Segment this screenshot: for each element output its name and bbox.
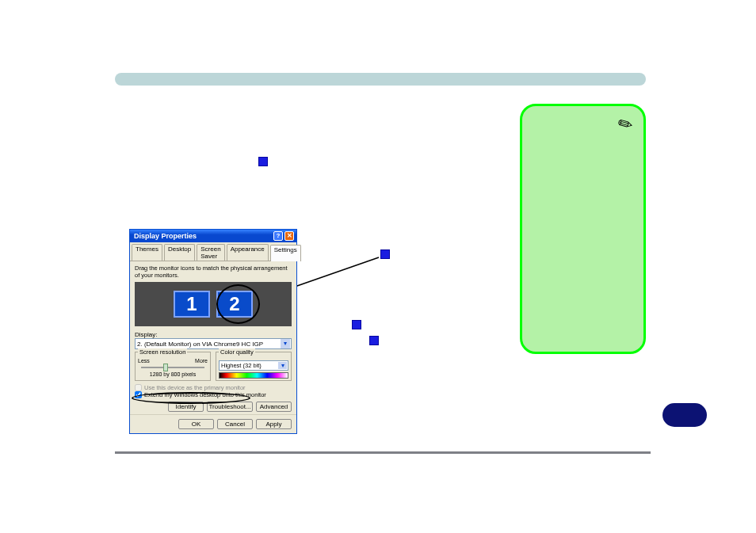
monitor-2[interactable]: 2 bbox=[216, 291, 253, 318]
color-quality-group: Color quality Highest (32 bit) ▾ bbox=[216, 352, 292, 381]
cancel-button[interactable]: Cancel bbox=[217, 419, 253, 429]
drag-hint: Drag the monitor icons to match the phys… bbox=[135, 265, 292, 279]
ok-button[interactable]: OK bbox=[178, 419, 214, 429]
marker-square bbox=[380, 249, 390, 259]
extend-desktop-checkbox[interactable] bbox=[135, 391, 142, 398]
display-properties-dialog: Display Properties ? ✕ Themes Desktop Sc… bbox=[129, 229, 297, 434]
monitor-layout-area[interactable]: 1 2 bbox=[135, 282, 292, 326]
dialog-button-row: OK Cancel Apply bbox=[130, 414, 296, 433]
footer-divider bbox=[115, 451, 651, 454]
display-select[interactable]: 2. (Default Monitor) on VIA Chrome9 HC I… bbox=[135, 338, 292, 349]
display-label: Display: bbox=[135, 331, 292, 338]
header-bar bbox=[115, 73, 646, 86]
tabstrip: Themes Desktop Screen Saver Appearance S… bbox=[130, 242, 296, 261]
cq-group-title: Color quality bbox=[219, 348, 255, 356]
tab-screensaver[interactable]: Screen Saver bbox=[197, 244, 224, 261]
color-quality-select[interactable]: Highest (32 bit) ▾ bbox=[219, 360, 288, 371]
res-group-title: Screen resolution bbox=[138, 348, 187, 356]
extend-desktop-checkbox-row[interactable]: Extend my Windows desktop onto this moni… bbox=[135, 391, 292, 398]
primary-monitor-checkbox-row: Use this device as the primary monitor bbox=[135, 384, 292, 391]
titlebar[interactable]: Display Properties ? ✕ bbox=[130, 230, 296, 242]
resolution-value: 1280 by 800 pixels bbox=[138, 371, 208, 377]
primary-monitor-label: Use this device as the primary monitor bbox=[144, 384, 246, 391]
slider-thumb[interactable] bbox=[163, 364, 168, 371]
chevron-down-icon: ▾ bbox=[278, 362, 287, 369]
color-quality-value: Highest (32 bit) bbox=[221, 362, 262, 369]
tab-desktop[interactable]: Desktop bbox=[164, 244, 195, 261]
dialog-body: Drag the monitor icons to match the phys… bbox=[130, 261, 296, 414]
slider-track bbox=[141, 367, 204, 368]
tab-settings[interactable]: Settings bbox=[270, 245, 301, 261]
apply-button[interactable]: Apply bbox=[256, 419, 292, 429]
monitor-1[interactable]: 1 bbox=[174, 291, 210, 318]
window-title: Display Properties bbox=[134, 232, 272, 240]
resolution-slider[interactable] bbox=[138, 364, 208, 371]
identify-button[interactable]: Identify bbox=[168, 402, 204, 412]
page-badge bbox=[662, 403, 707, 427]
marker-square bbox=[258, 157, 268, 166]
res-more-label: More bbox=[195, 358, 208, 364]
note-panel: ✎ bbox=[520, 104, 646, 354]
marker-square bbox=[352, 320, 361, 329]
secondary-button-row: Identify Troubleshoot... Advanced bbox=[135, 402, 292, 412]
extend-desktop-label: Extend my Windows desktop onto this moni… bbox=[144, 391, 266, 398]
res-less-label: Less bbox=[138, 358, 150, 364]
color-gradient-preview bbox=[219, 372, 288, 379]
help-button[interactable]: ? bbox=[273, 231, 283, 241]
screen-resolution-group: Screen resolution Less More 1280 by 800 … bbox=[135, 352, 211, 381]
marker-square bbox=[369, 336, 379, 345]
chevron-down-icon: ▾ bbox=[281, 339, 290, 348]
troubleshoot-button[interactable]: Troubleshoot... bbox=[207, 402, 253, 412]
tab-themes[interactable]: Themes bbox=[132, 244, 162, 261]
pen-icon: ✎ bbox=[614, 112, 637, 137]
close-button[interactable]: ✕ bbox=[284, 231, 294, 241]
tab-appearance[interactable]: Appearance bbox=[227, 244, 269, 261]
advanced-button[interactable]: Advanced bbox=[256, 402, 292, 412]
display-select-value: 2. (Default Monitor) on VIA Chrome9 HC I… bbox=[137, 341, 263, 348]
primary-monitor-checkbox bbox=[135, 384, 142, 391]
